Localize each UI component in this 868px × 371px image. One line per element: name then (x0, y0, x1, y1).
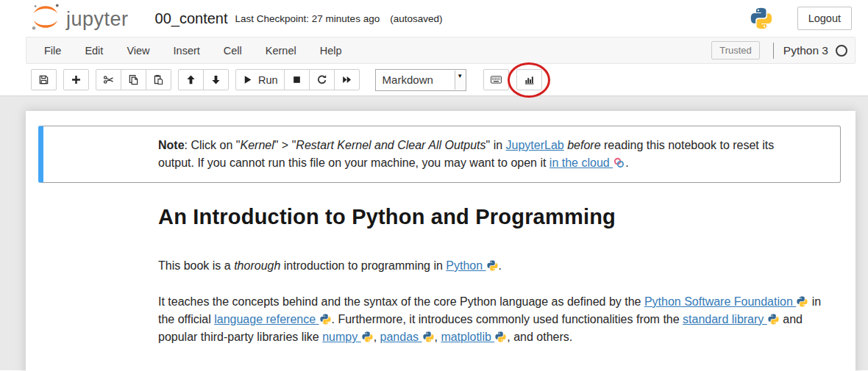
header: jupyter 00_content Last Checkpoint: 27 m… (0, 0, 868, 37)
jupyter-logo-text: jupyter (66, 8, 129, 31)
cut-cell-button[interactable] (96, 69, 121, 90)
text-run: . Furthermore, it introduces commonly us… (332, 313, 683, 325)
content-link[interactable]: in the cloud (549, 156, 625, 169)
content-link[interactable]: JupyterLab (506, 139, 564, 151)
content-link[interactable]: language reference (214, 313, 331, 325)
move-down-icon (210, 74, 221, 85)
notebook-title[interactable]: 00_content (155, 10, 228, 27)
jupyter-notebook-page: jupyter 00_content Last Checkpoint: 27 m… (0, 0, 868, 371)
move-down-button[interactable] (203, 69, 229, 90)
text-run: , and others. (507, 331, 572, 343)
kernel-separator (773, 43, 774, 59)
add-cell-button[interactable] (63, 69, 89, 90)
italic-text: before (567, 139, 600, 151)
cell-type-value: Markdown (383, 73, 433, 86)
intro-paragraph: This book is a thorough introduction to … (158, 257, 829, 275)
bar-chart-button[interactable] (516, 69, 542, 90)
toolbar-left-groups: Run (31, 69, 360, 90)
logout-button[interactable]: Logout (797, 7, 852, 30)
content-link[interactable]: numpy (322, 331, 373, 343)
toolbar-button-group (483, 69, 509, 90)
bar-chart-icon (524, 74, 535, 85)
jupyter-logo[interactable]: jupyter (29, 2, 129, 35)
text-run: introduction to programming in (280, 259, 446, 272)
keyboard-icon (491, 74, 502, 85)
notebook-container: Note: Click on "Kernel" > "Restart Kerne… (26, 111, 855, 371)
text-run: . (625, 156, 628, 169)
note-callout: Note: Click on "Kernel" > "Restart Kerne… (38, 126, 841, 183)
run-button[interactable]: Run (235, 69, 285, 90)
menu-items: FileEditViewInsertCellKernelHelp (32, 38, 354, 63)
menu-view[interactable]: View (115, 38, 161, 63)
jupyter-swoosh-icon (29, 2, 62, 35)
python-logo-icon (749, 6, 774, 31)
cut-cell-icon (103, 74, 114, 85)
python-icon (494, 328, 507, 346)
save-button[interactable] (31, 69, 57, 90)
python-icon (422, 328, 435, 346)
menu-edit[interactable]: Edit (73, 38, 115, 63)
text-run: " in (486, 139, 506, 151)
menu-file[interactable]: File (32, 38, 73, 63)
fast-forward-icon (341, 74, 352, 85)
paste-cell-icon (153, 74, 164, 85)
python-icon (767, 311, 780, 328)
kernel-name: Python 3 (783, 44, 828, 57)
paste-cell-button[interactable] (146, 69, 171, 90)
toolbar: Run Markdown ▼ (0, 64, 868, 96)
content-link[interactable]: Python Software Foundation (644, 295, 808, 308)
text-run: . (499, 259, 502, 272)
restart-button[interactable] (309, 69, 335, 90)
menu-kernel[interactable]: Kernel (254, 38, 308, 63)
menu-help[interactable]: Help (308, 38, 354, 63)
stop-icon (291, 74, 302, 85)
save-icon (38, 74, 49, 85)
menu-cell[interactable]: Cell (212, 38, 254, 63)
toolbar-button-group (516, 69, 542, 90)
python-icon (361, 328, 374, 346)
python-icon (796, 293, 808, 311)
content-link[interactable]: standard library (683, 313, 780, 325)
binder-icon (613, 154, 625, 172)
keyboard-button[interactable] (483, 69, 509, 90)
content-link[interactable]: pandas (380, 331, 435, 343)
toolbar-button-group (63, 69, 89, 90)
menubar-right: Trusted Python 3 (711, 41, 847, 60)
menubar: FileEditViewInsertCellKernelHelp Trusted… (26, 37, 855, 64)
restart-icon (316, 74, 327, 85)
text-run: : Click on " (185, 139, 241, 151)
run-icon (242, 74, 253, 85)
toolbar-right-groups (483, 69, 542, 90)
python-icon (486, 257, 499, 275)
cell-type-dropdown[interactable]: Markdown ▼ (375, 69, 466, 91)
toolbar-button-group (96, 69, 171, 90)
run-label: Run (258, 74, 278, 86)
text-run: , (374, 331, 380, 343)
copy-cell-icon (128, 74, 139, 85)
text-run: " > " (274, 139, 296, 151)
stop-button[interactable] (284, 69, 310, 90)
page-title: An Introduction to Python and Programmin… (158, 205, 855, 229)
move-up-icon (185, 74, 196, 85)
add-cell-icon (71, 74, 82, 85)
toolbar-button-group (31, 69, 57, 90)
trusted-badge: Trusted (711, 41, 760, 60)
description-paragraph: It teaches the concepts behind and the s… (158, 293, 829, 346)
notebook-area: Note: Click on "Kernel" > "Restart Kerne… (0, 96, 868, 370)
autosave-status: (autosaved) (390, 13, 442, 24)
move-up-button[interactable] (178, 69, 204, 90)
fast-forward-button[interactable] (334, 69, 360, 90)
text-run: It teaches the concepts behind and the s… (158, 295, 644, 308)
toolbar-button-group (178, 69, 229, 90)
kernel-idle-icon (836, 45, 847, 57)
menu-insert[interactable]: Insert (162, 38, 212, 63)
content-link[interactable]: Python (446, 259, 498, 272)
copy-cell-button[interactable] (121, 69, 146, 90)
text-run: This book is a (158, 259, 234, 272)
toolbar-button-group: Run (235, 69, 360, 90)
bold-text: Note (158, 139, 185, 151)
italic-text: Restart Kernel and Clear All Outputs (296, 139, 485, 151)
content-link[interactable]: matplotlib (441, 331, 507, 343)
dropdown-arrow-icon: ▼ (455, 71, 465, 90)
python-icon (319, 311, 332, 328)
